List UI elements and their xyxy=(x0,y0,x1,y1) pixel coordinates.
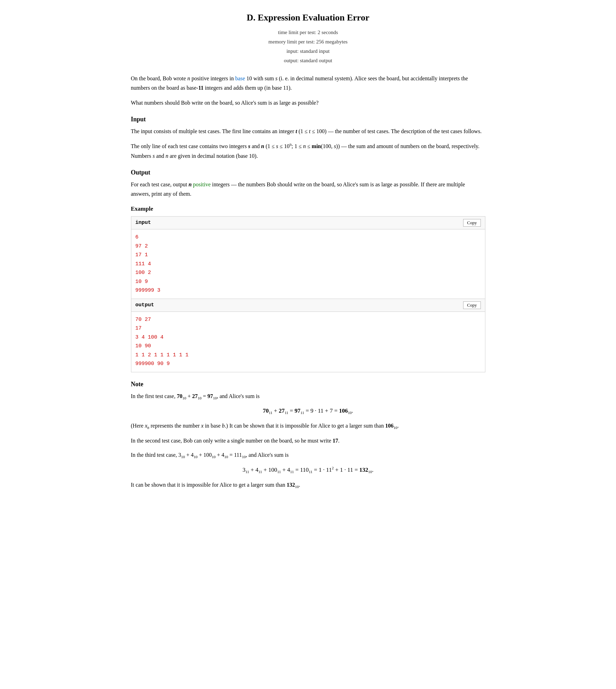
copy-output-button[interactable]: Copy xyxy=(463,301,481,309)
copy-input-button[interactable]: Copy xyxy=(463,219,481,227)
problem-meta: time limit per test: 2 seconds memory li… xyxy=(131,28,485,65)
input-block: input Copy 6 97 2 17 1 111 4 100 2 10 9 … xyxy=(131,216,485,299)
example-label: Example xyxy=(131,204,485,213)
input-data: 6 97 2 17 1 111 4 100 2 10 9 999999 3 xyxy=(131,229,485,299)
output-block: output Copy 70 27 17 3 4 100 4 10 90 1 1… xyxy=(131,299,485,372)
input-label: input xyxy=(135,219,151,227)
time-limit: time limit per test: 2 seconds xyxy=(131,28,485,37)
input-paragraph-2: The only line of each test case contains… xyxy=(131,141,485,161)
note-math-1: 7011 + 2711 = 9711 = 9 · 11 + 7 = 10610. xyxy=(131,406,485,416)
page-title: D. Expression Evaluation Error xyxy=(131,10,485,25)
output-section-title: Output xyxy=(131,168,485,178)
note-paragraph-2: (Here xb represents the number x in base… xyxy=(131,421,485,431)
note-title: Note xyxy=(131,379,485,389)
input-type: input: standard input xyxy=(131,47,485,56)
output-data: 70 27 17 3 4 100 4 10 90 1 1 2 1 1 1 1 1… xyxy=(131,312,485,372)
output-label: output xyxy=(135,301,154,309)
problem-question: What numbers should Bob write on the boa… xyxy=(131,98,485,107)
output-paragraph-1: For each test case, output n positive in… xyxy=(131,180,485,198)
output-header: output Copy xyxy=(131,299,485,312)
note-math-2: 311 + 411 + 10011 + 411 = 11011 = 1 · 11… xyxy=(131,465,485,475)
input-paragraph-1: The input consists of multiple test case… xyxy=(131,127,485,136)
note-paragraph-1: In the first test case, 7010 + 2710 = 97… xyxy=(131,391,485,402)
note-paragraph-4: In the third test case, 310 + 410 + 1001… xyxy=(131,450,485,460)
note-paragraph-5: It can be shown that it is impossible fo… xyxy=(131,480,485,490)
example-section: Example input Copy 6 97 2 17 1 111 4 100… xyxy=(131,204,485,372)
output-type: output: standard output xyxy=(131,56,485,65)
input-header: input Copy xyxy=(131,217,485,229)
problem-intro: On the board, Bob wrote n positive integ… xyxy=(131,74,485,92)
input-section-title: Input xyxy=(131,114,485,124)
note-paragraph-3: In the second test case, Bob can only wr… xyxy=(131,436,485,445)
memory-limit: memory limit per test: 256 megabytes xyxy=(131,37,485,47)
note-section: Note In the first test case, 7010 + 2710… xyxy=(131,379,485,490)
